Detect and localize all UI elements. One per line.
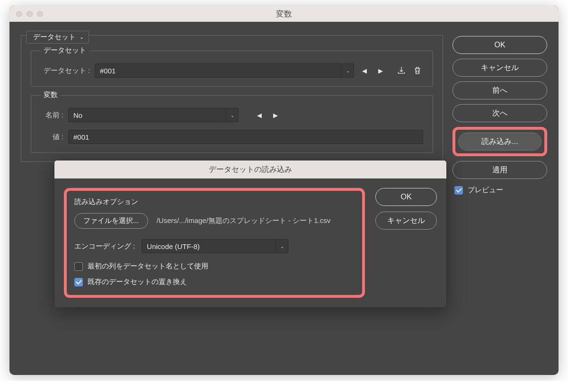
variable-name-select[interactable]: No ⌄ <box>68 108 239 122</box>
chevron-down-icon: ⌄ <box>341 64 354 77</box>
use-first-col-checkbox[interactable] <box>74 262 83 271</box>
encoding-select[interactable]: Unicode (UTF-8) ⌄ <box>142 239 288 253</box>
options-legend: 読み込みオプション <box>74 197 355 206</box>
dataset-tab-label: データセット <box>33 33 76 42</box>
titlebar <box>9 6 559 22</box>
encoding-value: Unicode (UTF-8) <box>147 242 200 250</box>
encoding-row: エンコーディング : Unicode (UTF-8) ⌄ <box>74 239 355 253</box>
variable-legend: 変数 <box>41 90 61 99</box>
dataset-select-value: #001 <box>100 67 115 75</box>
replace-existing-row: 既存のデータセットの置き換え <box>74 277 355 286</box>
window-controls <box>16 11 43 17</box>
encoding-label: エンコーディング : <box>74 242 135 251</box>
variable-value-input[interactable]: #001 <box>68 130 423 144</box>
save-dataset-icon[interactable] <box>396 65 407 76</box>
import-options-highlight: 読み込みオプション ファイルを選択... /Users/.../image/無題… <box>64 188 365 298</box>
file-path-text: /Users/.../image/無題のスプレッドシート - シート1.csv <box>157 216 331 224</box>
next-button[interactable]: 次へ <box>453 104 547 122</box>
dataset-select[interactable]: #001 ⌄ <box>95 63 354 78</box>
chevron-down-icon: ⌄ <box>275 240 288 253</box>
prev-dataset-button[interactable]: ◀ <box>359 65 370 76</box>
variable-value-label: 値 : <box>41 133 63 142</box>
import-dataset-modal: データセットの読み込み 読み込みオプション ファイルを選択... /Users/… <box>54 160 447 308</box>
apply-button[interactable]: 適用 <box>453 161 547 179</box>
import-highlight: 読み込み... <box>453 127 547 156</box>
use-first-col-row: 最初の列をデータセット名として使用 <box>74 262 355 271</box>
next-variable-button[interactable]: ▶ <box>270 109 281 121</box>
outer-group: データセット ⌄ データセット データセット : #001 ⌄ ◀ <box>21 35 443 162</box>
variable-name-label: 名前 : <box>41 111 63 120</box>
modal-title: データセットの読み込み <box>54 160 446 178</box>
chevron-down-icon: ⌄ <box>80 34 84 40</box>
file-row: ファイルを選択... /Users/.../image/無題のスプレッドシート … <box>74 213 355 229</box>
minimize-traffic-light[interactable] <box>27 11 33 17</box>
import-button[interactable]: 読み込み... <box>458 133 541 151</box>
dataset-tab-dropdown[interactable]: データセット ⌄ <box>26 31 89 44</box>
previous-button[interactable]: 前へ <box>453 81 547 99</box>
preview-label: プレビュー <box>468 186 503 195</box>
preview-row: プレビュー <box>454 186 547 195</box>
ok-button[interactable]: OK <box>453 36 547 54</box>
choose-file-button[interactable]: ファイルを選択... <box>74 213 148 229</box>
close-traffic-light[interactable] <box>16 11 22 17</box>
use-first-col-label: 最初の列をデータセット名として使用 <box>88 262 208 271</box>
zoom-traffic-light[interactable] <box>37 11 43 17</box>
delete-dataset-icon[interactable] <box>412 65 423 76</box>
next-dataset-button[interactable]: ▶ <box>375 65 386 76</box>
replace-existing-checkbox[interactable] <box>74 278 83 286</box>
modal-ok-button[interactable]: OK <box>375 188 437 206</box>
preview-checkbox[interactable] <box>454 186 463 195</box>
replace-existing-label: 既存のデータセットの置き換え <box>88 277 187 286</box>
dataset-legend: データセット <box>41 46 89 55</box>
chevron-down-icon: ⌄ <box>226 108 238 122</box>
variable-value-text: #001 <box>73 133 89 141</box>
dataset-field-label: データセット : <box>41 66 90 75</box>
modal-cancel-button[interactable]: キャンセル <box>375 212 437 230</box>
variable-group: 変数 名前 : No ⌄ ◀ ▶ 値 : <box>31 95 433 153</box>
variables-dialog: 変数 データセット ⌄ データセット データセット : #001 <box>9 6 559 375</box>
dialog-content: データセット ⌄ データセット データセット : #001 ⌄ ◀ <box>9 22 559 375</box>
prev-variable-button[interactable]: ◀ <box>254 109 265 121</box>
dataset-group: データセット データセット : #001 ⌄ ◀ ▶ <box>31 51 433 87</box>
variable-name-value: No <box>73 111 82 119</box>
cancel-button[interactable]: キャンセル <box>453 59 547 77</box>
sidebar: OK キャンセル 前へ 次へ 読み込み... 適用 プレビュー <box>453 33 547 364</box>
